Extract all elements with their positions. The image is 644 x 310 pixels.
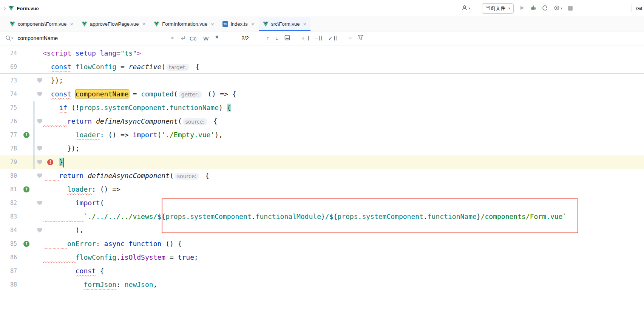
add-occurrence-button[interactable]: + xyxy=(301,35,309,42)
line-number: 76 xyxy=(0,115,17,128)
line-number: 84 xyxy=(0,223,17,237)
line-number: 88 xyxy=(0,278,17,291)
fold-marker-icon[interactable] xyxy=(37,201,42,205)
fold-marker-icon[interactable] xyxy=(37,160,42,164)
gutter: ↑ xyxy=(17,183,43,196)
check-icon: ✓ xyxy=(328,35,333,42)
tab-close-icon[interactable]: × xyxy=(70,21,73,27)
regex-toggle[interactable]: * xyxy=(216,36,219,40)
tab-close-icon[interactable]: × xyxy=(303,21,306,27)
user-icon xyxy=(462,5,468,12)
tab-forminformation-vue[interactable]: FormInformation.vue× xyxy=(150,17,218,31)
coverage-icon xyxy=(554,5,560,12)
gutter xyxy=(17,74,43,87)
remove-occurrence-button[interactable]: − xyxy=(315,35,322,42)
fold-marker-icon[interactable] xyxy=(37,92,42,96)
breadcrumb-chevron-icon: › xyxy=(4,5,6,12)
code-line-69[interactable]: 69 const flowConfig = reactive(target: { xyxy=(0,60,644,74)
gutter: ↑ xyxy=(17,237,43,251)
editor[interactable]: 24<script setup lang="ts">69 const flowC… xyxy=(0,45,644,310)
gutter xyxy=(17,223,43,237)
search-history-chevron-icon[interactable]: ▾ xyxy=(11,36,13,40)
inlay-hint: getter: xyxy=(179,91,202,98)
vue-file-icon xyxy=(82,22,87,27)
newline-icon[interactable] xyxy=(180,36,186,41)
tab-approveflowpage-vue[interactable]: approveFlowPage.vue× xyxy=(77,17,150,31)
code-line-88[interactable]: 88 formJson: newJson, xyxy=(0,278,644,291)
caret-bars-icon xyxy=(319,36,322,40)
fold-marker-icon[interactable] xyxy=(37,228,42,232)
lines-icon: ≡ xyxy=(348,35,352,42)
code-line-77[interactable]: 77↑ loader: () => import('./Empty.vue'), xyxy=(0,128,644,142)
tab-label: FormInformation.vue xyxy=(162,21,207,27)
tab-close-icon[interactable]: × xyxy=(211,21,214,27)
code-with-me-button[interactable]: ▾ xyxy=(462,5,470,12)
code-line-85[interactable]: 85↑ onError: async function () { xyxy=(0,237,644,251)
code-line-82[interactable]: 82 import( xyxy=(0,196,644,210)
tab-close-icon[interactable]: × xyxy=(251,21,255,27)
fold-marker-icon[interactable] xyxy=(37,146,42,151)
code-text: const { xyxy=(43,264,104,278)
select-all-occurrences-button[interactable]: ✓ xyxy=(328,35,337,42)
gutter: ↑ xyxy=(17,128,43,142)
line-number: 86 xyxy=(0,251,17,264)
code-text: const flowConfig = reactive(target: { xyxy=(43,60,199,73)
fold-marker-icon[interactable] xyxy=(37,119,42,124)
code-line-81[interactable]: 81↑ loader: () => xyxy=(0,183,644,196)
code-text: if (!props.systemComponent.functionName)… xyxy=(43,101,231,115)
code-line-78[interactable]: 78 }); xyxy=(0,142,644,155)
code-text: loader: () => import('./Empty.vue'), xyxy=(43,128,223,142)
gutter xyxy=(17,87,43,101)
gutter: ! xyxy=(17,155,43,169)
search-input[interactable]: componentName xyxy=(18,35,58,41)
code-line-73[interactable]: 73 }); xyxy=(0,74,644,87)
code-line-74[interactable]: 74 const componentName = computed(getter… xyxy=(0,87,644,101)
filter-lines-button[interactable]: ≡ xyxy=(348,35,352,42)
line-number: 74 xyxy=(0,87,17,101)
run-config-label: 当前文件 xyxy=(486,5,505,12)
tab-components-form-vue[interactable]: components\Form.vue× xyxy=(5,17,77,31)
tab-src-form-vue[interactable]: src\Form.vue× xyxy=(259,17,311,31)
line-number: 80 xyxy=(0,169,17,183)
code-line-76[interactable]: 76 return defineAsyncComponent(source: { xyxy=(0,115,644,128)
filter-search-button[interactable] xyxy=(358,35,363,42)
error-icon[interactable]: ! xyxy=(47,159,53,165)
code-text: }); xyxy=(43,74,63,87)
match-case-toggle[interactable]: Cc xyxy=(190,35,196,42)
gutter-navigate-up-icon[interactable]: ↑ xyxy=(23,186,29,192)
fold-marker-icon[interactable] xyxy=(37,174,42,178)
code-line-83[interactable]: 83 `./../../../views/${props.systemCompo… xyxy=(0,210,644,223)
next-occurrence-button[interactable]: ↓ xyxy=(275,35,278,42)
coverage-button[interactable]: ▾ xyxy=(554,5,562,12)
code-line-86[interactable]: 86 flowConfig.isOldSystem = true; xyxy=(0,251,644,264)
clear-search-icon[interactable]: × xyxy=(171,35,174,42)
fold-marker-icon[interactable] xyxy=(37,78,42,83)
previous-occurrence-button[interactable]: ↑ xyxy=(266,35,269,42)
code-line-84[interactable]: 84 ), xyxy=(0,223,644,237)
run-config-select[interactable]: 当前文件 ▾ xyxy=(482,3,514,14)
debug-button[interactable] xyxy=(530,5,536,12)
git-widget[interactable]: Git xyxy=(636,0,642,17)
code-line-87[interactable]: 87 const { xyxy=(0,264,644,278)
line-number: 83 xyxy=(0,210,17,223)
open-in-find-window-button[interactable] xyxy=(284,35,290,42)
play-icon xyxy=(519,5,525,12)
gutter-navigate-up-icon[interactable]: ↑ xyxy=(23,241,29,247)
profiler-button[interactable] xyxy=(542,5,548,12)
search-field[interactable]: ▾ componentName × xyxy=(5,35,186,42)
code-line-24[interactable]: 24<script setup lang="ts"> xyxy=(0,46,644,60)
funnel-icon xyxy=(358,35,363,42)
tab-close-icon[interactable]: × xyxy=(142,21,145,27)
whole-words-toggle[interactable]: W xyxy=(203,35,208,42)
gutter xyxy=(17,115,43,128)
code-line-79[interactable]: 79! } xyxy=(0,155,644,169)
stop-button[interactable] xyxy=(568,6,573,11)
code-line-75[interactable]: 75 if (!props.systemComponent.functionNa… xyxy=(0,101,644,115)
gutter-navigate-up-icon[interactable]: ↑ xyxy=(23,132,29,138)
title-bar-right: ▾ 当前文件 ▾ ▾ xyxy=(462,3,573,14)
code-text: <script setup lang="ts"> xyxy=(43,46,141,60)
minus-icon: − xyxy=(315,35,318,42)
tab-index-ts[interactable]: TSindex.ts× xyxy=(218,17,259,31)
run-button[interactable] xyxy=(519,5,525,12)
code-line-80[interactable]: 80 return defineAsyncComponent(source: { xyxy=(0,169,644,183)
